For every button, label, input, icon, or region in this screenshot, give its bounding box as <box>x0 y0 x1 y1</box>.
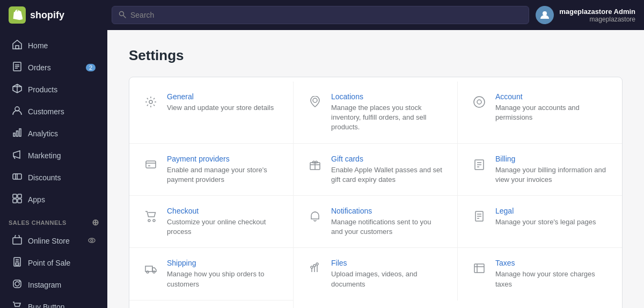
settings-item-account[interactable]: Account Manage your accounts and permiss… <box>458 82 622 144</box>
svg-point-58 <box>313 265 316 267</box>
svg-point-23 <box>89 238 95 243</box>
sidebar-item-discounts[interactable]: Discounts <box>3 167 104 188</box>
account-content: Account Manage your accounts and permiss… <box>495 92 609 122</box>
avatar <box>536 6 554 24</box>
svg-point-37 <box>474 97 485 107</box>
analytics-icon <box>12 128 23 140</box>
svg-rect-18 <box>13 194 17 198</box>
files-desc: Upload images, videos, and documents <box>331 269 444 289</box>
online-store-icon <box>12 235 23 247</box>
legal-desc: Manage your store's legal pages <box>495 217 596 227</box>
shipping-icon <box>142 260 159 277</box>
gift-cards-icon <box>306 156 324 173</box>
locations-title: Locations <box>331 92 444 101</box>
settings-item-checkout[interactable]: Checkout Customize your online checkout … <box>129 196 294 248</box>
svg-rect-39 <box>146 161 156 168</box>
account-title: Account <box>495 92 609 101</box>
notifications-icon <box>306 208 324 225</box>
settings-item-notifications[interactable]: Notifications Manage notifications sent … <box>294 196 458 248</box>
sidebar: Home Orders 2 Product <box>0 30 107 308</box>
locations-desc: Manage the places you stock inventory, f… <box>331 103 444 133</box>
notifications-desc: Manage notifications sent to you and you… <box>331 217 444 237</box>
shopify-logo-icon <box>9 6 26 24</box>
svg-point-35 <box>149 100 152 104</box>
logo-text: shopify <box>30 10 64 21</box>
add-sales-channel-icon[interactable]: ⊕ <box>92 217 99 228</box>
checkout-title: Checkout <box>167 207 280 215</box>
svg-point-2 <box>543 11 547 16</box>
checkout-content: Checkout Customize your online checkout … <box>167 207 280 237</box>
layout: Home Orders 2 Product <box>0 30 644 308</box>
svg-point-24 <box>91 239 93 241</box>
billing-desc: Manage your billing information and view… <box>495 165 609 185</box>
settings-item-files[interactable]: Files Upload images, videos, and documen… <box>294 248 458 300</box>
account-icon <box>471 93 488 111</box>
general-desc: View and update your store details <box>167 103 274 113</box>
svg-point-59 <box>316 263 318 265</box>
user-store: mageplazastore <box>559 16 635 23</box>
user-name: mageplazastore Admin <box>559 8 635 16</box>
sidebar-item-buy-button-label: Buy Button <box>28 303 65 308</box>
sidebar-item-marketing[interactable]: Marketing <box>3 145 104 166</box>
notifications-title: Notifications <box>331 207 444 215</box>
taxes-desc: Manage how your store charges taxes <box>495 269 609 289</box>
settings-item-legal[interactable]: Legal Manage your store's legal pages <box>458 196 622 248</box>
sidebar-item-instagram-label: Instagram <box>28 281 61 289</box>
settings-item-sales-channels[interactable]: Sales channels Manage the channels you u… <box>129 300 294 308</box>
shipping-desc: Manage how you ship orders to customers <box>167 269 280 289</box>
sidebar-item-home[interactable]: Home <box>3 35 104 56</box>
general-icon <box>142 93 159 111</box>
settings-item-gift-cards[interactable]: Gift cards Enable Apple Wallet passes an… <box>294 144 458 196</box>
sidebar-item-apps-label: Apps <box>28 195 45 204</box>
sidebar-item-discounts-label: Discounts <box>28 173 61 182</box>
sidebar-item-home-label: Home <box>28 41 48 50</box>
svg-point-55 <box>147 271 149 273</box>
sidebar-item-orders[interactable]: Orders 2 <box>3 57 104 78</box>
sidebar-item-online-store[interactable]: Online Store <box>3 230 104 252</box>
taxes-icon <box>471 260 488 277</box>
svg-point-36 <box>313 98 317 102</box>
eye-icon <box>88 237 96 246</box>
sidebar-item-products[interactable]: Products <box>3 79 104 100</box>
sidebar-item-orders-label: Orders <box>28 63 51 72</box>
home-icon <box>12 40 23 52</box>
taxes-content: Taxes Manage how your store charges taxe… <box>495 259 609 289</box>
svg-point-38 <box>477 100 481 104</box>
payment-providers-desc: Enable and manage your store's payment p… <box>167 165 280 185</box>
settings-grid-container: General View and update your store detai… <box>129 77 623 308</box>
search-input[interactable] <box>130 11 522 19</box>
settings-item-shipping[interactable]: Shipping Manage how you ship orders to c… <box>129 248 294 300</box>
user-info: mageplazastore Admin mageplazastore <box>559 8 635 23</box>
sidebar-item-customers[interactable]: Customers <box>3 101 104 122</box>
sidebar-item-products-label: Products <box>28 85 57 94</box>
sidebar-item-pos[interactable]: Point of Sale <box>3 252 104 274</box>
sidebar-item-instagram[interactable]: Instagram <box>3 274 104 296</box>
svg-point-47 <box>148 219 150 222</box>
svg-rect-13 <box>17 131 18 136</box>
apps-icon <box>12 194 23 206</box>
sidebar-item-analytics[interactable]: Analytics <box>3 123 104 144</box>
sidebar-item-apps[interactable]: Apps <box>3 189 104 210</box>
settings-item-locations[interactable]: Locations Manage the places you stock in… <box>294 82 458 144</box>
svg-point-31 <box>19 281 20 282</box>
legal-title: Legal <box>495 207 596 215</box>
marketing-icon <box>12 150 23 162</box>
locations-content: Locations Manage the places you stock in… <box>331 92 444 133</box>
svg-rect-12 <box>13 133 15 136</box>
billing-content: Billing Manage your billing information … <box>495 155 609 185</box>
search-bar[interactable] <box>112 6 529 24</box>
shipping-title: Shipping <box>167 259 280 267</box>
checkout-desc: Customize your online checkout process <box>167 217 280 237</box>
sidebar-item-online-store-label: Online Store <box>28 237 70 245</box>
svg-rect-21 <box>18 199 21 203</box>
sales-channels-label: SALES CHANNELS ⊕ <box>0 211 107 230</box>
orders-badge: 2 <box>86 64 96 71</box>
sidebar-item-buy-button[interactable]: Buy Button <box>3 296 104 308</box>
settings-item-general[interactable]: General View and update your store detai… <box>129 82 294 144</box>
gift-cards-desc: Enable Apple Wallet passes and set gift … <box>331 165 444 185</box>
settings-item-payment-providers[interactable]: Payment providers Enable and manage your… <box>129 144 294 196</box>
settings-item-billing[interactable]: Billing Manage your billing information … <box>458 144 622 196</box>
products-icon <box>12 84 23 96</box>
notifications-content: Notifications Manage notifications sent … <box>331 207 444 237</box>
settings-item-taxes[interactable]: Taxes Manage how your store charges taxe… <box>458 248 622 300</box>
